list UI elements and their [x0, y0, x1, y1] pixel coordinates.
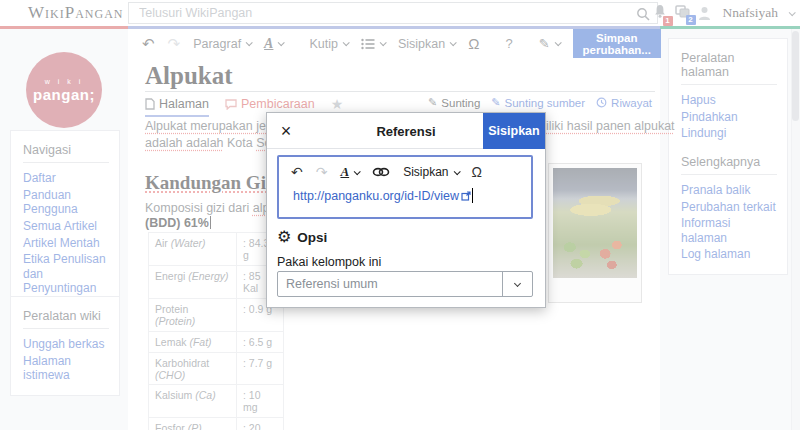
dropdown-chevron-down-icon[interactable]	[502, 272, 532, 296]
reference-link-text[interactable]: http://panganku.org/id-ID/view	[293, 188, 531, 203]
group-field-label: Pakai kelompok ini	[277, 255, 381, 269]
external-link-icon	[461, 191, 471, 201]
options-heading-row: ⚙ Opsi	[277, 229, 327, 245]
reference-dialog: × Referensi Sisipkan ↶ ↷ A Sisipkan Ω	[266, 112, 546, 308]
special-character-icon[interactable]: Ω	[472, 165, 482, 179]
text-cursor	[472, 188, 473, 203]
undo-icon[interactable]: ↶	[291, 165, 303, 179]
text-style-dropdown[interactable]: A	[340, 164, 359, 180]
dialog-header: × Referensi Sisipkan	[267, 113, 545, 149]
dialog-insert-button[interactable]: Sisipkan	[483, 113, 545, 149]
redo-icon: ↷	[316, 165, 328, 179]
reference-group-dropdown[interactable]: Referensi umum	[277, 271, 533, 297]
insert-dropdown[interactable]: Sisipkan	[403, 165, 458, 179]
reference-edit-surface[interactable]: ↶ ↷ A Sisipkan Ω http://panganku.org/id-…	[277, 155, 533, 219]
options-heading: Opsi	[297, 230, 327, 245]
link-icon[interactable]	[372, 167, 390, 177]
dropdown-value: Referensi umum	[286, 277, 378, 291]
dialog-toolbar: ↶ ↷ A Sisipkan Ω	[279, 157, 531, 180]
browser-viewport: WikiPangan 1	[0, 0, 800, 430]
gear-icon: ⚙	[277, 229, 291, 245]
